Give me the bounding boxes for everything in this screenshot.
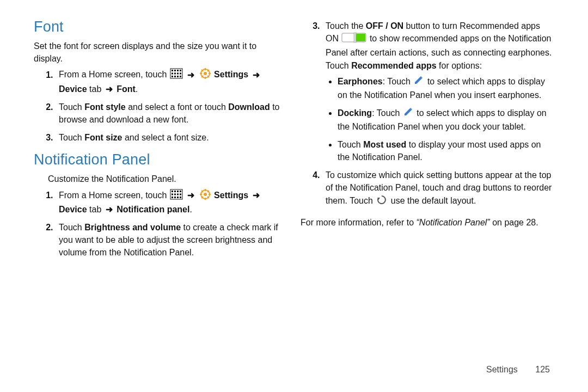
svg-rect-27 xyxy=(180,191,181,192)
svg-rect-31 xyxy=(180,193,181,195)
text: and select a font size. xyxy=(122,133,209,142)
tab-word: tab xyxy=(87,205,104,214)
text: Touch xyxy=(59,223,84,232)
edit-pencil-icon xyxy=(403,107,413,120)
svg-marker-51 xyxy=(405,108,412,115)
svg-rect-32 xyxy=(171,197,173,198)
settings-gear-icon xyxy=(200,189,211,203)
notif-step2: Touch Brightness and volume to create a … xyxy=(56,221,287,259)
svg-rect-29 xyxy=(174,193,176,195)
svg-rect-10 xyxy=(174,76,176,77)
recommended-apps-bullets: Earphones: Touch to select which apps to… xyxy=(326,75,554,163)
font-step3: Touch Font size and select a font size. xyxy=(56,131,287,144)
heading-notification-panel: Notification Panel xyxy=(34,151,287,168)
text: on page 28. xyxy=(490,218,538,227)
svg-rect-25 xyxy=(174,191,176,192)
bullet-earphones: Earphones: Touch to select which apps to… xyxy=(338,75,554,101)
reset-icon xyxy=(376,194,387,209)
font-size-label: Font size xyxy=(84,133,122,142)
settings-gear-icon xyxy=(200,68,211,82)
brightness-volume-label: Brightness and volume xyxy=(84,223,181,232)
notif-step4: To customize which quick setting buttons… xyxy=(322,169,554,209)
svg-point-14 xyxy=(204,72,207,75)
most-used-label: Most used xyxy=(363,140,406,149)
text: From a Home screen, touch xyxy=(59,70,169,79)
arrow-icon: ➜ xyxy=(186,191,196,200)
font-steps: From a Home screen, touch ➜ Settings ➜ D… xyxy=(34,68,287,144)
apps-grid-icon xyxy=(170,69,182,82)
svg-point-37 xyxy=(204,193,207,196)
svg-rect-9 xyxy=(171,76,173,77)
footer-section: Settings xyxy=(486,365,518,374)
text: Touch xyxy=(59,133,84,142)
svg-rect-6 xyxy=(174,73,176,75)
device-tab-label: Device xyxy=(59,205,87,214)
settings-label: Settings xyxy=(214,70,248,79)
font-style-label: Font style xyxy=(84,102,126,112)
svg-rect-35 xyxy=(180,197,181,198)
tab-word: tab xyxy=(87,84,104,94)
settings-label: Settings xyxy=(214,191,248,200)
svg-rect-30 xyxy=(177,193,179,195)
font-intro: Set the font for screen displays and the… xyxy=(34,40,287,65)
bullet-docking: Docking: Touch to select which apps to d… xyxy=(338,107,554,133)
text: : Touch xyxy=(372,108,402,118)
svg-rect-1 xyxy=(171,70,173,71)
svg-rect-48 xyxy=(354,33,356,42)
notif-steps: From a Home screen, touch ➜ Settings ➜ D… xyxy=(34,189,287,259)
heading-font: Font xyxy=(34,19,287,35)
notif-steps-cont: Touch the OFF / ON button to turn Recomm… xyxy=(301,20,554,209)
footer-page-number: 125 xyxy=(535,365,550,374)
notif-intro: Customize the Notification Panel. xyxy=(34,173,287,185)
edit-pencil-icon xyxy=(414,75,424,88)
svg-rect-8 xyxy=(180,73,181,75)
page-footer: Settings 125 xyxy=(486,365,550,375)
svg-rect-5 xyxy=(171,73,173,75)
svg-rect-26 xyxy=(177,191,179,192)
text: Touch the xyxy=(326,21,366,30)
bullet-most-used: Touch Most used to display your most use… xyxy=(338,138,554,163)
font-dest: Font xyxy=(117,84,136,94)
more-info: For more information, refer to “Notifica… xyxy=(301,216,554,229)
svg-rect-34 xyxy=(177,197,179,198)
download-label: Download xyxy=(228,102,270,112)
font-step2: Touch Font style and select a font or to… xyxy=(56,101,287,126)
arrow-icon: ➜ xyxy=(104,205,114,214)
svg-rect-11 xyxy=(177,76,179,77)
svg-rect-12 xyxy=(180,76,181,77)
text: : Touch xyxy=(383,77,413,86)
svg-rect-7 xyxy=(177,73,179,75)
text: and select a font or touch xyxy=(126,102,229,112)
svg-rect-2 xyxy=(174,70,176,71)
notif-step1: From a Home screen, touch ➜ Settings ➜ D… xyxy=(56,189,287,216)
svg-rect-28 xyxy=(171,193,173,195)
docking-label: Docking xyxy=(338,108,372,118)
text: Touch xyxy=(59,102,84,112)
text: Touch xyxy=(338,140,363,149)
svg-rect-3 xyxy=(177,70,179,71)
font-step1: From a Home screen, touch ➜ Settings ➜ D… xyxy=(56,68,287,95)
text: for options: xyxy=(437,61,482,70)
arrow-icon: ➜ xyxy=(186,70,196,79)
arrow-icon: ➜ xyxy=(251,70,261,79)
text: For more information, refer to xyxy=(301,218,416,227)
earphones-label: Earphones xyxy=(338,77,383,86)
text: use the default layout. xyxy=(391,196,476,205)
svg-marker-49 xyxy=(415,77,422,84)
text: From a Home screen, touch xyxy=(59,191,169,200)
apps-grid-icon xyxy=(170,189,182,203)
svg-rect-24 xyxy=(171,191,173,192)
svg-rect-4 xyxy=(180,70,181,71)
device-tab-label: Device xyxy=(59,84,87,94)
notif-step3: Touch the OFF / ON button to turn Recomm… xyxy=(322,20,554,163)
arrow-icon: ➜ xyxy=(251,191,261,200)
notif-dest: Notification panel xyxy=(117,205,189,214)
toggle-on-icon xyxy=(342,32,366,46)
recommended-apps-label: Recommended apps xyxy=(351,61,436,70)
svg-rect-33 xyxy=(174,197,176,198)
ref-title: “Notification Panel” xyxy=(416,218,490,227)
off-on-label: OFF / ON xyxy=(366,21,403,30)
arrow-icon: ➜ xyxy=(104,84,114,94)
